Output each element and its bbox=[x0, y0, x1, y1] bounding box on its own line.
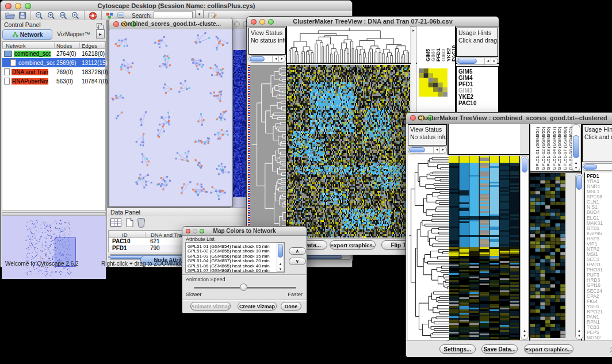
tv2-global-heatmap[interactable] bbox=[530, 173, 565, 338]
toolbar-separator bbox=[101, 11, 102, 20]
create-vizmap-button[interactable]: Create Vizmap bbox=[238, 302, 277, 311]
done-button[interactable]: Done bbox=[281, 302, 301, 311]
row-value: 790 bbox=[150, 245, 160, 251]
tv2-column-labels: GPL51-01 (GSM854)GPL51-02 (GSM855)GPL51-… bbox=[530, 124, 571, 171]
usage-hints-title: Usage Hints bbox=[584, 126, 612, 133]
attribute-item[interactable]: GPL51-07 (GSM868) heat shock 60 min bbox=[188, 268, 270, 273]
zoom-selected-icon[interactable] bbox=[71, 12, 80, 20]
toolbar-separator bbox=[30, 11, 31, 20]
tab-network[interactable]: Network bbox=[2, 29, 52, 40]
treeview1-title: ClusterMaker TreeView : DNA and Tran 07-… bbox=[247, 18, 499, 25]
close-icon[interactable] bbox=[234, 21, 240, 27]
column-label: GPL51-01 (GSM854) bbox=[535, 127, 540, 170]
tv2-hints-scrollbar[interactable] bbox=[582, 163, 612, 171]
toolbar-separator bbox=[84, 11, 85, 20]
attribute-table-icon[interactable] bbox=[110, 218, 122, 230]
faster-label: Faster bbox=[288, 292, 303, 297]
search-dropdown-icon[interactable]: ▾ bbox=[195, 10, 204, 18]
tv1-row-dendrogram[interactable] bbox=[250, 65, 286, 237]
network-view-window[interactable]: combined_scores_good.txt--cluste... bbox=[109, 18, 233, 207]
network-tab-icon bbox=[12, 29, 18, 40]
map-colors-dialog: Map Colors to Network Attribute List GPL… bbox=[182, 226, 307, 313]
delete-attribute-icon[interactable] bbox=[137, 217, 146, 230]
gene-label[interactable]: PAC10 bbox=[458, 100, 477, 106]
window-title: Cytoscape Desktop (Session Name: collins… bbox=[1, 2, 352, 9]
attribute-list[interactable]: GPL51-01 (GSM854) heat shock 05 minGPL51… bbox=[185, 242, 285, 273]
open-session-icon[interactable] bbox=[5, 12, 15, 20]
resize-grip[interactable] bbox=[610, 347, 612, 355]
tv2-column-dendrogram-area[interactable] bbox=[449, 124, 520, 154]
usage-hints-title: Usage Hints bbox=[458, 29, 496, 37]
move-down-button[interactable]: ∨ bbox=[289, 258, 306, 265]
tv2-row-dendrogram[interactable] bbox=[408, 155, 449, 340]
network-table-header[interactable]: Network Nodes Edges bbox=[2, 41, 105, 49]
gene-label[interactable]: MON2 bbox=[587, 335, 601, 340]
tv2-labels-scrollbar[interactable]: ▴ ▾ bbox=[572, 124, 580, 171]
network-edges-count: 107847(0) bbox=[82, 78, 108, 85]
col-network[interactable]: Network bbox=[6, 43, 26, 49]
network-name: combined_sco bbox=[18, 60, 55, 66]
tab-network-label: Network bbox=[20, 32, 43, 38]
dialog-title-bar[interactable]: Map Colors to Network bbox=[182, 227, 307, 236]
network-rows: combined_scores2764(0)16218(0)combined_s… bbox=[2, 49, 105, 89]
network-edges-count: 16218(0) bbox=[82, 51, 105, 57]
tab-vizmapper[interactable]: VizMapper™ bbox=[52, 29, 95, 39]
tab-vizmapper-label: VizMapper™ bbox=[57, 31, 90, 37]
export-graphics-button[interactable]: Export Graphics... bbox=[330, 240, 376, 250]
network-list-row[interactable]: RNAPuberNov2+563(0)107847(0) bbox=[2, 76, 105, 86]
col-id[interactable]: ID bbox=[122, 232, 128, 238]
row-value: 621 bbox=[150, 238, 160, 244]
treeview1-title-bar[interactable]: ClusterMaker TreeView : DNA and Tran 07-… bbox=[247, 17, 499, 27]
animation-speed-label: Animation Speed bbox=[186, 277, 225, 282]
network-list-row[interactable]: combined_sco2569(6)13112(15) bbox=[2, 58, 105, 67]
document-icon bbox=[10, 59, 16, 66]
col-nodes[interactable]: Nodes bbox=[56, 43, 72, 49]
gene-label[interactable]: GIM3 bbox=[458, 87, 472, 94]
column-label: GPL51-02 (GSM855) bbox=[541, 127, 546, 170]
tv1-heatmap-canvas[interactable] bbox=[287, 65, 410, 237]
network-canvas[interactable] bbox=[110, 29, 232, 205]
tv2-view-status-panel: View Status No status info t bbox=[408, 124, 447, 145]
tv1-hints-scrollbar[interactable]: ◂ ▸ bbox=[456, 58, 498, 65]
status-zoom-hint: Right-click + drag to ZOOM bbox=[101, 260, 171, 267]
zoom-fit-icon[interactable] bbox=[59, 12, 68, 20]
gene-label[interactable]: GIM4 bbox=[458, 75, 472, 81]
network-list-row[interactable]: DNA and Tran 07769(0)183728(0) bbox=[2, 67, 105, 76]
tv1-status-scrollbar[interactable]: ◂ ▸ bbox=[248, 55, 286, 63]
tab-overflow-button[interactable]: ► bbox=[96, 29, 105, 39]
new-attribute-icon[interactable] bbox=[125, 217, 133, 230]
save-data-button[interactable]: Save Data... bbox=[481, 344, 518, 354]
network-overview-canvas[interactable] bbox=[2, 216, 106, 279]
tv2-gene-scrollbar[interactable]: ▴ ▾ bbox=[575, 173, 583, 340]
zoom-in-icon[interactable] bbox=[47, 12, 56, 20]
tv2-usage-hints-panel: Usage Hints Click and drag to bbox=[582, 124, 612, 162]
network-name: RNAPuberNov2+ bbox=[12, 78, 48, 85]
tv1-column-labels: GIM5GIM4PFD1GIM3YKE2PAC10 bbox=[417, 26, 455, 63]
network-list-row[interactable]: combined_scores2764(0)16218(0) bbox=[2, 49, 105, 58]
zoom-out-icon[interactable] bbox=[35, 12, 44, 20]
tv2-heatmap-scrollbar[interactable]: ▴ ▾ bbox=[521, 156, 529, 340]
attribute-list-scrollbar[interactable]: ▴ ▾ bbox=[277, 243, 284, 272]
save-session-icon[interactable] bbox=[18, 12, 26, 20]
move-up-button[interactable]: ∧ bbox=[289, 247, 306, 255]
animate-vizmap-button[interactable]: Animate Vizmap bbox=[190, 302, 231, 311]
treeview2-title-bar[interactable]: ClusterMaker TreeView : combined_scores_… bbox=[406, 113, 612, 124]
tv1-view-status-panel: View Status No status info f bbox=[248, 28, 286, 55]
tv2-status-scrollbar[interactable]: ◂ ▸ bbox=[408, 146, 447, 154]
attribute-list-label: Attribute List bbox=[186, 236, 215, 242]
tv1-column-dendrogram[interactable] bbox=[287, 26, 410, 63]
tv2-gene-list[interactable]: PFD1YRA1RNR4MSL1SPC98CLN1NIS1BUD4ELG1MAK… bbox=[584, 173, 612, 340]
gene-label[interactable]: PFD1 bbox=[458, 81, 473, 87]
gene-label[interactable]: GIM5 bbox=[458, 68, 472, 75]
folder-icon bbox=[4, 51, 12, 57]
export-graphics-button[interactable]: Export Graphics... bbox=[524, 344, 573, 354]
network-window-title: combined_scores_good.txt--cluste... bbox=[109, 21, 232, 27]
gene-label[interactable]: YKE2 bbox=[458, 94, 473, 100]
tv2-heatmap-canvas[interactable] bbox=[449, 156, 520, 340]
help-lifering-icon[interactable] bbox=[89, 12, 97, 20]
settings-button[interactable]: Settings... bbox=[439, 344, 476, 354]
col-edges[interactable]: Edges bbox=[82, 43, 97, 49]
tv1-summary-heatmap[interactable] bbox=[419, 68, 447, 97]
network-name: DNA and Tran 07 bbox=[12, 69, 48, 75]
speed-slider-thumb[interactable] bbox=[240, 283, 247, 291]
